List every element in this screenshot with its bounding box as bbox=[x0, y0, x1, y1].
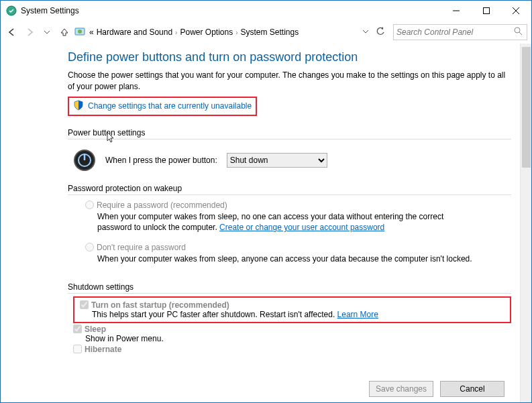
search-box[interactable] bbox=[393, 24, 527, 40]
breadcrumb-item[interactable]: System Settings bbox=[241, 27, 299, 37]
learn-more-link[interactable]: Learn More bbox=[337, 310, 378, 319]
radio-no-password-input bbox=[85, 243, 94, 251]
checkbox-hibernate: Hibernate bbox=[73, 345, 121, 354]
change-settings-link[interactable]: Change settings that are currently unava… bbox=[88, 101, 252, 111]
divider bbox=[68, 194, 511, 195]
breadcrumb-dropdown[interactable] bbox=[362, 27, 369, 37]
app-icon bbox=[6, 5, 17, 16]
window-title: System Settings bbox=[21, 6, 441, 15]
breadcrumb-prefix: « bbox=[89, 27, 94, 37]
radio-require-password-input bbox=[85, 200, 94, 209]
fast-startup-desc: This helps start your PC faster after sh… bbox=[92, 310, 504, 319]
forward-button[interactable] bbox=[22, 25, 37, 40]
breadcrumb[interactable]: « Hardware and Sound › Power Options › S… bbox=[74, 26, 390, 39]
change-settings-link-box: Change settings that are currently unava… bbox=[68, 97, 257, 116]
chevron-right-icon: › bbox=[175, 29, 177, 36]
power-icon bbox=[73, 149, 96, 172]
section-title-power: Power button settings bbox=[68, 128, 511, 137]
control-panel-icon bbox=[74, 26, 87, 39]
shield-icon bbox=[73, 100, 84, 113]
scrollbar-thumb[interactable] bbox=[522, 47, 531, 168]
checkbox-fast-startup-input bbox=[80, 300, 89, 309]
scrollbar[interactable] bbox=[520, 44, 531, 402]
chevron-right-icon: › bbox=[235, 29, 237, 36]
section-title-password: Password protection on wakeup bbox=[68, 184, 511, 193]
checkbox-hibernate-input bbox=[73, 345, 82, 353]
history-dropdown[interactable] bbox=[40, 25, 54, 40]
navbar: « Hardware and Sound › Power Options › S… bbox=[1, 21, 531, 44]
radio-require-password: Require a password (recommended) bbox=[85, 200, 227, 210]
checkbox-sleep: Sleep bbox=[73, 325, 106, 334]
refresh-button[interactable] bbox=[376, 27, 385, 38]
divider bbox=[68, 139, 511, 139]
search-icon[interactable] bbox=[514, 27, 523, 38]
cancel-button[interactable]: Cancel bbox=[440, 381, 504, 397]
svg-point-7 bbox=[515, 27, 520, 33]
page-heading: Define power buttons and turn on passwor… bbox=[68, 50, 511, 64]
create-password-link[interactable]: Create or change your user account passw… bbox=[219, 223, 384, 232]
require-password-desc: When your computer wakes from sleep, no … bbox=[97, 211, 480, 234]
radio-no-password: Don't require a password bbox=[85, 243, 186, 252]
svg-line-8 bbox=[519, 32, 522, 35]
maximize-button[interactable] bbox=[471, 1, 501, 21]
titlebar: System Settings bbox=[1, 1, 531, 21]
up-button[interactable] bbox=[57, 25, 72, 40]
intro-text: Choose the power settings that you want … bbox=[68, 70, 511, 93]
section-title-shutdown: Shutdown settings bbox=[68, 282, 511, 292]
svg-rect-2 bbox=[483, 8, 489, 14]
back-button[interactable] bbox=[5, 25, 19, 40]
save-button: Save changes bbox=[369, 381, 433, 397]
search-input[interactable] bbox=[394, 25, 508, 39]
checkbox-fast-startup: Turn on fast startup (recommended) bbox=[80, 300, 229, 310]
divider bbox=[68, 293, 511, 294]
svg-point-6 bbox=[78, 30, 82, 34]
power-button-select[interactable]: Shut down bbox=[227, 153, 327, 168]
sleep-desc: Show in Power menu. bbox=[85, 334, 511, 343]
close-button[interactable] bbox=[501, 1, 531, 21]
power-button-label: When I press the power button: bbox=[105, 156, 217, 165]
no-password-desc: When your computer wakes from sleep, any… bbox=[97, 253, 480, 265]
minimize-button[interactable] bbox=[441, 1, 471, 21]
breadcrumb-item[interactable]: Hardware and Sound bbox=[97, 27, 172, 37]
checkbox-sleep-input bbox=[73, 325, 82, 333]
breadcrumb-item[interactable]: Power Options bbox=[180, 27, 233, 37]
fast-startup-highlight: Turn on fast startup (recommended) This … bbox=[73, 296, 511, 323]
